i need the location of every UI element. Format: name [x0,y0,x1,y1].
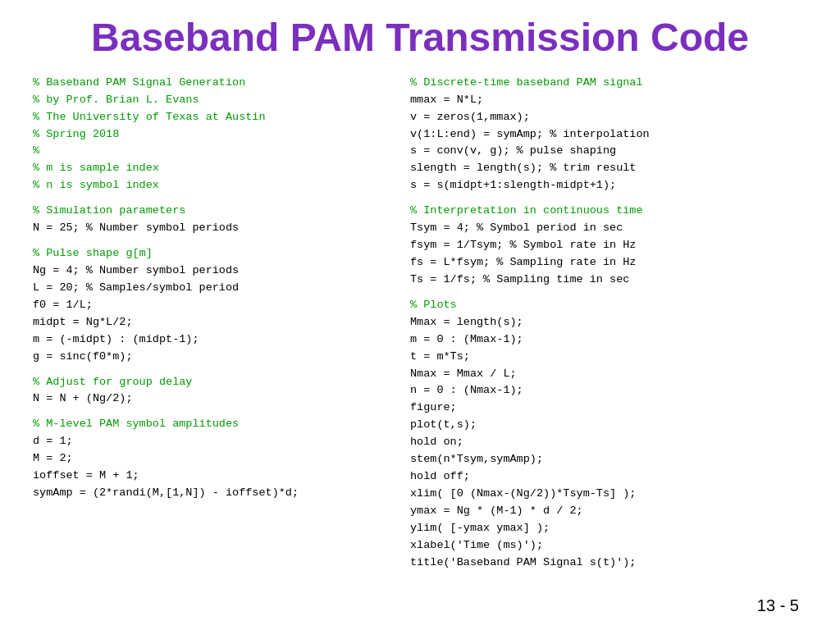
page-number: 13 - 5 [757,596,799,615]
code-line: % Simulation parameters [33,203,386,220]
code-line: s = s(midpt+1:slength-midpt+1); [410,177,807,194]
code-line: title('Baseband PAM Signal s(t)'); [410,555,807,572]
code-line: midpt = Ng*L/2; [33,314,386,331]
code-line: M = 2; [33,450,386,468]
left-column: % Baseband PAM Signal Generation% by Pro… [33,75,386,580]
code-line: v(1:L:end) = symAmp; % interpolation [410,126,807,144]
code-line: % n is symbol index [33,177,386,194]
code-line: hold off; [410,468,807,486]
content-area: % Baseband PAM Signal Generation% by Pro… [33,75,807,580]
code-line: % Pulse shape g[m] [33,245,386,262]
right-block-discrete-time: % Discrete-time baseband PAM signalmmax … [410,75,807,194]
code-line: m = (-midpt) : (midpt-1); [33,331,386,349]
left-block-pam-amplitudes: % M-level PAM symbol amplitudesd = 1;M =… [33,416,386,502]
code-line: t = m*Ts; [410,349,807,366]
slide-page: Baseband PAM Transmission Code % Baseban… [0,0,840,630]
code-line: plot(t,s); [410,417,807,434]
code-line: % Baseband PAM Signal Generation [33,75,386,92]
code-line: N = 25; % Number symbol periods [33,220,386,237]
code-line: Ng = 4; % Number symbol periods [33,262,386,280]
code-line: ylim( [-ymax ymax] ); [410,520,807,537]
code-line: fsym = 1/Tsym; % Symbol rate in Hz [410,237,807,254]
left-block-header-comments: % Baseband PAM Signal Generation% by Pro… [33,75,386,194]
code-line: fs = L*fsym; % Sampling rate in Hz [410,254,807,272]
left-block-group-delay: % Adjust for group delayN = N + (Ng/2); [33,374,386,409]
code-line: % [33,143,386,160]
code-line: Mmax = length(s); [410,314,807,331]
code-line: symAmp = (2*randi(M,[1,N]) - ioffset)*d; [33,485,386,502]
right-block-continuous-time: % Interpretation in continuous timeTsym … [410,203,807,289]
code-line: % M-level PAM symbol amplitudes [33,416,386,433]
code-line: Tsym = 4; % Symbol period in sec [410,220,807,237]
code-line: slength = length(s); % trim result [410,160,807,177]
code-line: d = 1; [33,433,386,450]
code-line: % m is sample index [33,160,386,177]
code-line: N = N + (Ng/2); [33,390,386,408]
code-line: Ts = 1/fs; % Sampling time in sec [410,272,807,289]
code-line: g = sinc(f0*m); [33,349,386,366]
code-line: xlabel('Time (ms)'); [410,537,807,555]
code-line: % Adjust for group delay [33,374,386,391]
code-line: v = zeros(1,mmax); [410,109,807,126]
code-line: stem(n*Tsym,symAmp); [410,451,807,468]
slide-title: Baseband PAM Transmission Code [33,16,807,60]
code-line: mmax = N*L; [410,92,807,109]
code-line: % Spring 2018 [33,126,386,144]
right-column: % Discrete-time baseband PAM signalmmax … [410,75,807,580]
code-line: xlim( [0 (Nmax-(Ng/2))*Tsym-Ts] ); [410,486,807,503]
code-line: s = conv(v, g); % pulse shaping [410,143,807,160]
code-line: hold on; [410,434,807,451]
left-block-simulation-params: % Simulation parametersN = 25; % Number … [33,203,386,237]
code-line: m = 0 : (Mmax-1); [410,331,807,349]
code-line: % Interpretation in continuous time [410,203,807,220]
code-line: % The University of Texas at Austin [33,109,386,126]
code-line: figure; [410,399,807,417]
code-line: ioffset = M + 1; [33,468,386,485]
code-line: f0 = 1/L; [33,297,386,314]
code-line: % Plots [410,297,807,314]
code-line: n = 0 : (Nmax-1); [410,382,807,399]
left-block-pulse-shape: % Pulse shape g[m]Ng = 4; % Number symbo… [33,245,386,365]
code-line: % by Prof. Brian L. Evans [33,92,386,109]
code-line: Nmax = Mmax / L; [410,366,807,383]
right-block-plots: % PlotsMmax = length(s);m = 0 : (Mmax-1)… [410,297,807,572]
code-line: L = 20; % Samples/symbol period [33,280,386,297]
code-line: % Discrete-time baseband PAM signal [410,75,807,92]
code-line: ymax = Ng * (M-1) * d / 2; [410,503,807,520]
